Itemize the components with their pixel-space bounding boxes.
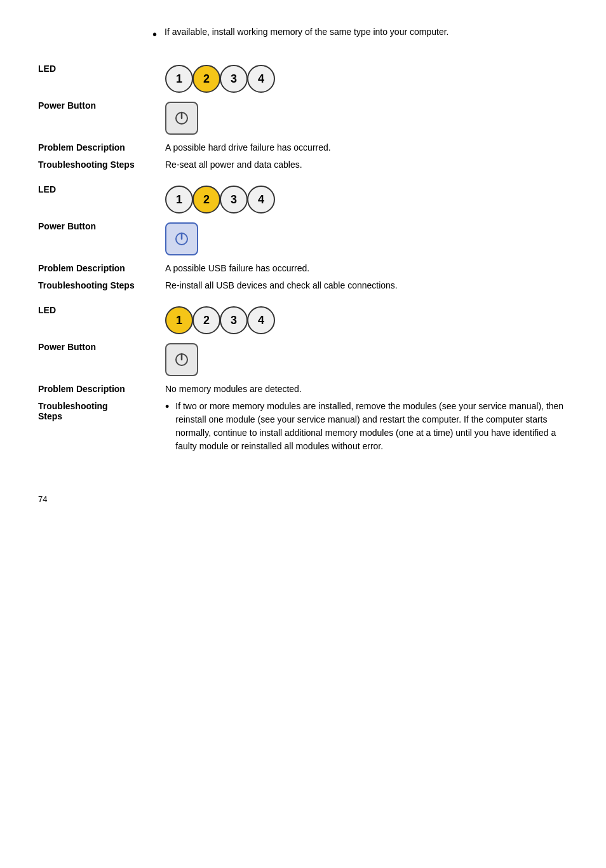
power-row-3: Power Button	[38, 341, 568, 379]
power-icon-1	[173, 109, 191, 127]
power-display-1	[165, 99, 568, 137]
problem-label-2: Problem Description	[38, 262, 165, 273]
page-number: 74	[38, 494, 47, 504]
problem-row-1: Problem Description A possible hard driv…	[38, 141, 568, 154]
led-circles-2: 1 2 3 4	[165, 186, 568, 214]
problem-label-3: Problem Description	[38, 383, 165, 394]
problem-label-1: Problem Description	[38, 141, 165, 153]
power-row-2: Power Button	[38, 220, 568, 258]
led-row-1: LED 1 2 3 4	[38, 62, 568, 95]
led-2-3: 3	[220, 186, 248, 214]
troubleshooting-label-line1: Troubleshooting	[38, 401, 108, 411]
steps-bullet-text-3: If two or more memory modules are instal…	[175, 400, 568, 453]
led-circles-3: 1 2 3 4	[165, 306, 568, 334]
section-2: LED 1 2 3 4 Power Button Problem Descrip…	[38, 183, 568, 292]
led-3-2: 2	[192, 306, 220, 334]
bullet-dot: •	[152, 25, 157, 43]
top-bullet-section: • If available, install working memory o…	[38, 25, 568, 43]
steps-label-2: Troubleshooting Steps	[38, 279, 165, 290]
problem-text-3: No memory modules are detected.	[165, 383, 568, 396]
power-display-3	[165, 341, 568, 379]
steps-content-3: • If two or more memory modules are inst…	[165, 400, 568, 456]
problem-text-2: A possible USB failure has occurred.	[165, 262, 568, 275]
led-3-1: 1	[165, 306, 193, 334]
led-2-1: 1	[165, 186, 193, 214]
led-1-4: 4	[247, 65, 275, 93]
power-button-2	[165, 222, 198, 255]
steps-label-1: Troubleshooting Steps	[38, 158, 165, 170]
steps-bullet-list-3: • If two or more memory modules are inst…	[165, 400, 568, 453]
led-label-3: LED	[38, 304, 165, 315]
power-icon-2	[173, 230, 191, 248]
led-circles-1: 1 2 3 4	[165, 65, 568, 93]
led-1-2: 2	[192, 65, 220, 93]
page-number-area: 74	[38, 494, 568, 504]
steps-text-2: Re-install all USB devices and check all…	[165, 279, 568, 292]
led-display-2: 1 2 3 4	[165, 183, 568, 216]
led-label-1: LED	[38, 62, 165, 74]
troubleshooting-label-line2: Steps	[38, 411, 62, 421]
led-row-3: LED 1 2 3 4	[38, 304, 568, 337]
steps-row-2: Troubleshooting Steps Re-install all USB…	[38, 279, 568, 292]
power-label-1: Power Button	[38, 99, 165, 111]
problem-row-3: Problem Description No memory modules ar…	[38, 383, 568, 396]
power-button-3	[165, 343, 198, 376]
steps-text-1: Re-seat all power and data cables.	[165, 158, 568, 172]
led-label-2: LED	[38, 183, 165, 194]
led-2-4: 4	[247, 186, 275, 214]
steps-row-1: Troubleshooting Steps Re-seat all power …	[38, 158, 568, 172]
steps-label-3: Troubleshooting Steps	[38, 400, 165, 421]
power-icon-3	[173, 351, 191, 369]
power-button-1	[165, 102, 198, 135]
led-3-3: 3	[220, 306, 248, 334]
steps-bullet-item-3: • If two or more memory modules are inst…	[165, 400, 568, 453]
power-display-2	[165, 220, 568, 258]
problem-text-1: A possible hard drive failure has occurr…	[165, 141, 568, 154]
section-3: LED 1 2 3 4 Power Button Problem Descrip…	[38, 304, 568, 456]
power-label-2: Power Button	[38, 220, 165, 231]
led-row-2: LED 1 2 3 4	[38, 183, 568, 216]
led-display-1: 1 2 3 4	[165, 62, 568, 95]
problem-row-2: Problem Description A possible USB failu…	[38, 262, 568, 275]
led-3-4: 4	[247, 306, 275, 334]
top-bullet-text: If available, install working memory of …	[165, 25, 448, 43]
power-label-3: Power Button	[38, 341, 165, 352]
section-1: LED 1 2 3 4 Power Button Problem Descrip…	[38, 62, 568, 172]
steps-row-3: Troubleshooting Steps • If two or more m…	[38, 400, 568, 456]
led-1-3: 3	[220, 65, 248, 93]
led-display-3: 1 2 3 4	[165, 304, 568, 337]
power-row-1: Power Button	[38, 99, 568, 137]
led-1-1: 1	[165, 65, 193, 93]
bullet-symbol-3: •	[165, 400, 169, 414]
led-2-2: 2	[192, 186, 220, 214]
